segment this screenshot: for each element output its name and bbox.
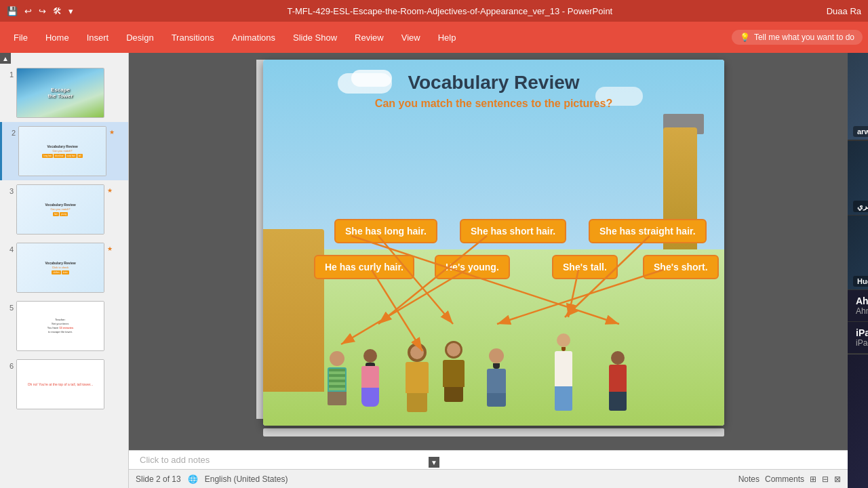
window-title: T-MFL-429-ESL-Escape-the-Room-Adjectives… [73,6,827,16]
slide-thumb-6[interactable]: 6 Oh no! You're at the top of a tall, ta… [0,355,128,413]
status-bar: Slide 2 of 13 🌐 English (United States) … [129,469,848,488]
ahmad-name-sub: Ahmad Tarawneh [856,306,868,316]
lightbulb-icon: 💡 [740,33,750,42]
vocab-box-straight-hair[interactable]: She has straight hair. [589,219,707,243]
save-icon[interactable]: 💾 [7,6,18,16]
slide-num-5: 5 [3,304,14,312]
participant-card-ahmad: Ahmad Tarawneh Ahmad Tarawneh [848,290,868,322]
statusbar-right: Notes Comments ⊞ ⊟ ⊠ [738,474,841,484]
tab-view[interactable]: View [393,30,429,45]
tell-me-text: Tell me what you want to do [754,33,854,42]
character-girl-longhair [609,351,627,411]
character-boy-curly [406,343,429,412]
character-boy-striped [328,351,347,405]
language-label: English (United States) [205,474,288,484]
main-area: ▲ 1 Escapethe Tower 2 Vocabulary Review … [0,53,868,488]
slide-panel: ▲ 1 Escapethe Tower 2 Vocabulary Review … [0,53,129,488]
slide-thumb-2[interactable]: 2 Vocabulary Review Can you match? long … [0,122,128,180]
video-tile-arwa: arwa [848,53,868,141]
character-girl-pink [361,349,379,407]
slide-img-6: Oh no! You're at the top of a tall, tall… [16,359,104,409]
star-badge-3: ★ [107,187,113,194]
slide-sorter-icon[interactable]: ⊟ [822,474,829,484]
star-badge-2: ★ [109,129,115,136]
tab-file[interactable]: File [5,30,36,45]
vocab-box-long-hair[interactable]: She has long hair. [334,219,437,243]
star-badge-4: ★ [107,245,113,252]
normal-view-icon[interactable]: ⊞ [810,474,816,484]
left-building [263,229,324,392]
slide-num-4: 4 [3,245,14,253]
notes-button[interactable]: Notes [738,474,760,484]
slide-num-2: 2 [5,129,16,137]
center-panel: Vocabulary Review Can you match the sent… [129,53,848,488]
slide-num-6: 6 [3,362,14,370]
abhem-name-label: أبهم العمري [853,201,868,212]
tab-design[interactable]: Design [118,30,161,45]
ribbon: File Home Insert Design Transitions Anim… [0,22,868,53]
notes-area[interactable]: Click to add notes [129,450,848,469]
reading-view-icon[interactable]: ⊠ [834,474,841,484]
slide-thumb-1[interactable]: 1 Escapethe Tower [0,64,128,122]
right-panel: arwa أبهم العمري Huda Ahma [848,53,868,488]
tab-help[interactable]: Help [430,30,465,45]
slide-thumb-5[interactable]: 5 Teacher:Set your timer. You have 13 mi… [0,297,128,355]
language-icon: 🌐 [188,474,198,484]
vocab-box-curly-hair[interactable]: He has curly hair. [314,255,414,279]
title-bar: 💾 ↩ ↪ 🛠 ▾ T-MFL-429-ESL-Escape-the-Room-… [0,0,868,22]
vocab-box-shes-tall[interactable]: She's tall. [552,255,618,279]
tab-animations[interactable]: Animations [224,30,283,45]
customize-icon[interactable]: 🛠 [53,6,62,16]
slide-img-5: Teacher:Set your timer. You have 13 minu… [16,301,104,351]
ahmad-name-main: Ahmad Tarawneh [856,296,868,306]
arwa-name-label: arwa [853,126,868,137]
slide-img-2: Vocabulary Review Can you match? long ha… [18,126,106,176]
video-tile-huda: Huda [848,216,868,290]
notes-placeholder: Click to add notes [140,455,210,465]
title-text: T-MFL-429-ESL-Escape-the-Room-Adjectives… [287,6,612,16]
statusbar-left: Slide 2 of 13 🌐 English (United States) [136,474,288,484]
slide-thumb-3[interactable]: 3 Vocabulary Review Can you match? hair … [0,180,128,239]
tab-slideshow[interactable]: Slide Show [285,30,345,45]
slide-num-3: 3 [3,187,14,195]
tab-review[interactable]: Review [347,30,392,45]
character-tall-woman [555,333,572,411]
vocab-box-shes-short[interactable]: She's short. [643,255,719,279]
comments-button[interactable]: Comments [765,474,804,484]
slide-thumb-4[interactable]: 4 Vocabulary Review Click to check cloth… [0,239,128,297]
tab-home[interactable]: Home [37,30,77,45]
ipad-name-label: iPad [856,327,868,338]
slide-num-1: 1 [3,70,14,79]
redo-icon[interactable]: ↪ [39,6,46,16]
undo-icon[interactable]: ↩ [24,6,32,16]
tab-insert[interactable]: Insert [79,30,117,45]
slide-canvas[interactable]: Vocabulary Review Can you match the sent… [263,60,724,426]
slide-img-1: Escapethe Tower [16,68,104,118]
titlebar-left: 💾 ↩ ↪ 🛠 ▾ [7,6,73,16]
dropdown-icon[interactable]: ▾ [68,6,73,16]
tab-transitions[interactable]: Transitions [163,30,222,45]
cloud-2 [351,70,392,87]
ipad-name-sub: iPad [856,338,868,348]
video-tile-abhem: أبهم العمري [848,141,868,216]
tell-me-input[interactable]: 💡 Tell me what you want to do [732,30,863,45]
character-girl-dark [487,348,506,407]
slide-img-4: Vocabulary Review Click to check clothes… [16,243,104,293]
slide-info: Slide 2 of 13 [136,474,181,484]
vocab-box-hes-young[interactable]: He's young. [435,255,510,279]
participant-card-ipad: iPad iPad [848,322,868,354]
slide-editing-area: Vocabulary Review Can you match the sent… [129,53,848,450]
huda-name-label: Huda [853,276,868,287]
vocab-box-short-hair[interactable]: She has short hair. [460,219,566,243]
video-tile-bottom-person [848,354,868,488]
slide-main-title: Vocabulary Review [408,72,579,94]
user-name: Duaa Ra [827,6,861,16]
slide-main-subtitle: Can you match the sentences to the pictu… [375,98,612,110]
character-girl-curly [443,341,465,402]
horizontal-scrollbar[interactable] [263,428,724,436]
slide-img-3: Vocabulary Review Can you match? hair yo… [16,184,104,235]
scroll-up[interactable]: ▲ [0,53,11,64]
